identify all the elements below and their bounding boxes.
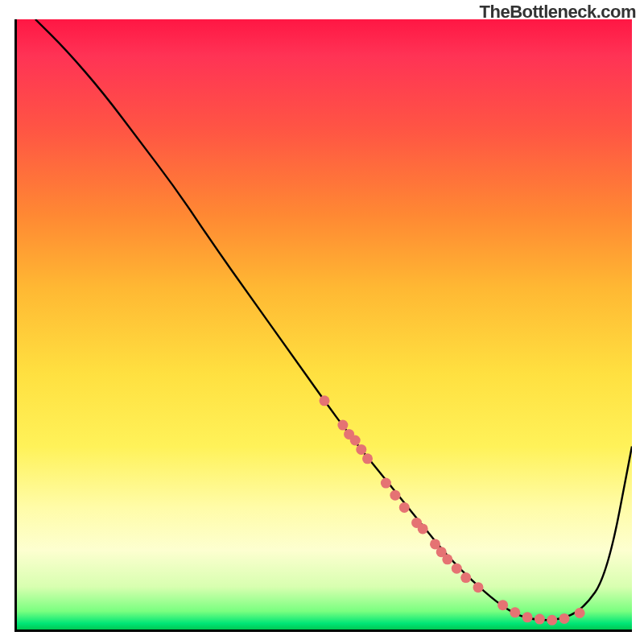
scatter-point — [350, 436, 361, 446]
scatter-point — [337, 420, 348, 431]
scatter-point — [510, 607, 520, 617]
plot-area — [14, 19, 632, 632]
curve-line — [35, 19, 632, 620]
scatter-point — [362, 453, 373, 464]
scatter-point — [575, 608, 585, 618]
scatter-point — [399, 502, 410, 513]
scatter-point — [473, 582, 484, 592]
scatter-points — [320, 395, 585, 625]
watermark-text: TheBottleneck.com — [480, 2, 636, 23]
scatter-point — [320, 395, 330, 406]
scatter-point — [559, 613, 570, 624]
scatter-point — [442, 554, 452, 564]
scatter-point — [390, 490, 400, 501]
scatter-point — [535, 614, 545, 625]
scatter-point — [522, 612, 533, 622]
scatter-point — [418, 523, 428, 534]
scatter-point — [381, 478, 391, 489]
scatter-point — [497, 600, 508, 610]
chart-container: TheBottleneck.com — [0, 0, 644, 644]
chart-overlay — [17, 19, 632, 630]
scatter-point — [547, 615, 557, 625]
scatter-point — [460, 572, 471, 583]
scatter-point — [452, 564, 462, 574]
scatter-point — [356, 444, 366, 455]
